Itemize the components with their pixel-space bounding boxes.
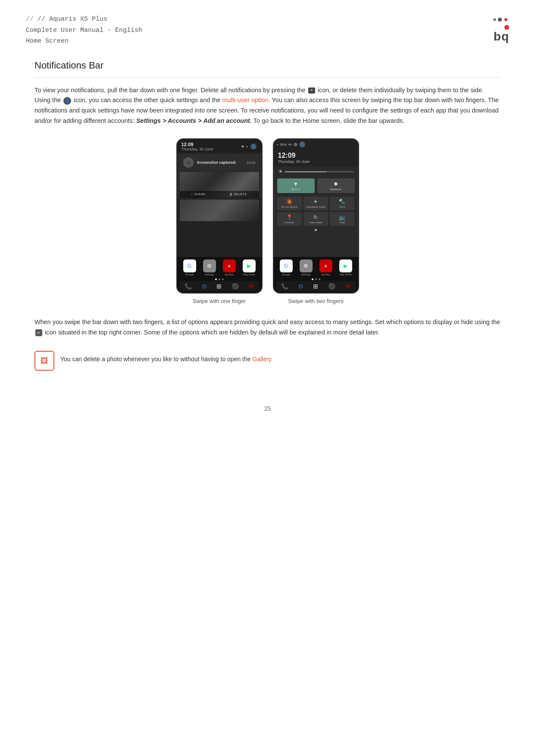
header-line3: Home Screen	[26, 36, 142, 47]
phone2-date: Thursday, 30 June	[278, 159, 354, 164]
logo-dots	[493, 16, 509, 23]
logo-dot-4	[504, 25, 509, 30]
torch-label: Torch	[339, 206, 345, 208]
qs-tile-aeroplane[interactable]: ✈ Aeroplane mode	[303, 197, 328, 210]
location-icon: 📍	[286, 214, 293, 220]
wifi-bt-row: ▼ Wi-Fi_1 ✱ Bluetooth	[274, 177, 358, 195]
phone1-image-preview: ⟨ SHARE 🗑 DELETE	[180, 172, 259, 198]
rotate-label: Auto-rotate	[310, 221, 322, 224]
share-icon: ⟨	[191, 193, 193, 196]
app2-settings-label: Settings	[301, 273, 311, 276]
logo-dot-1	[493, 18, 496, 21]
phone-nav-camera[interactable]: ⚫	[232, 283, 239, 290]
qs-tile-torch[interactable]: 🔦 Torch	[330, 197, 354, 210]
phone2-caption: Swipe with two fingers	[288, 298, 344, 304]
phone1-bottom-nav: 📞 ⊙ ⊞ ⚫ ✉	[180, 281, 259, 291]
dot2-2	[315, 278, 317, 280]
app2-bqplus-label: bq Plus	[321, 273, 330, 276]
brightness-row: ☀	[274, 166, 358, 177]
signal-icon: ▪	[246, 144, 247, 149]
phone2-bottom-nav: 📞 ⊙ ⊞ ⚫ ✉	[276, 281, 356, 291]
phone2-nav-camera[interactable]: ⚫	[328, 283, 335, 290]
phone2-nav-mail[interactable]: ✉	[345, 283, 350, 290]
app-google-label: Google	[185, 273, 194, 276]
qs-tile-rotate[interactable]: ↻ Auto-rotate	[303, 212, 328, 226]
logo-dot-3	[504, 18, 507, 21]
phone-nav-chrome[interactable]: ⊙	[202, 283, 207, 290]
phone1-notif-item: ⬛ Screenshot captured. 12:09	[180, 155, 259, 170]
pencil-icon: ✏	[35, 329, 42, 336]
bqplus-icon2: +	[319, 259, 332, 272]
section2-body: When you swipe the bar down with two fin…	[34, 317, 501, 338]
bluetooth-toggle[interactable]: ✱ Bluetooth	[317, 178, 355, 193]
dot2-3	[319, 278, 320, 280]
settings-icon2: ⚙	[300, 259, 313, 272]
screenshots-container: 12:09 Thursday, 30 June ▼ ▪ 👤 ⬛	[34, 138, 501, 304]
share-action[interactable]: ⟨ SHARE	[191, 193, 206, 196]
qs-tile-location[interactable]: 📍 Location	[277, 212, 302, 226]
dot-1	[215, 278, 217, 280]
google-icon: G	[183, 259, 196, 272]
google-icon2: G	[280, 259, 293, 272]
app-google: G Google	[182, 259, 197, 276]
center-dot	[315, 229, 317, 231]
multi-user-link[interactable]: multi-user option.	[222, 97, 270, 103]
note-box: 🖼 You can delete a photo whenever you li…	[34, 351, 501, 371]
header-line2: Complete User Manual - English	[26, 25, 142, 36]
qs-tile-dnd[interactable]: 🔕 Do not disturb	[277, 197, 302, 210]
qs-tile-cast[interactable]: 📺 Cast	[330, 212, 354, 226]
phone2-nav-call[interactable]: 📞	[281, 283, 288, 290]
wifi-icon: ▼	[241, 144, 244, 149]
settings-icon: ⚙	[203, 259, 216, 272]
stacked-lines-icon: ≡	[308, 87, 315, 94]
phone1-status-icons: ▼ ▪ 👤	[241, 144, 257, 150]
phone1-frame: 12:09 Thursday, 30 June ▼ ▪ 👤 ⬛	[176, 138, 263, 294]
aeroplane-icon: ✈	[313, 199, 318, 205]
section2: When you swipe the bar down with two fin…	[34, 317, 501, 338]
page-header: // // Aquaris X5 Plus Complete User Manu…	[0, 0, 535, 51]
app-settings: ⚙ Settings	[202, 259, 217, 276]
phone1-bottom: G Google ⚙ Settings + bq Plus	[177, 257, 262, 293]
aeroplane-label: Aeroplane mode	[306, 206, 325, 208]
dnd-icon: 🔕	[286, 199, 293, 205]
brightness-icon: ☀	[278, 169, 283, 175]
brightness-bar[interactable]	[285, 171, 354, 172]
bq-logo: bq	[493, 16, 509, 43]
page-dots2	[276, 278, 356, 281]
phone1-caption: Swipe with one finger	[193, 298, 246, 304]
header-line1: // // Aquaris X5 Plus	[26, 14, 142, 25]
phone1-time: 12:09	[181, 142, 213, 147]
delete-action[interactable]: 🗑 DELETE	[229, 193, 247, 196]
section-divider	[34, 77, 501, 78]
phone2-time-block: 12:09 Thursday, 30 June	[274, 149, 358, 166]
logo-text: bq	[494, 31, 509, 43]
gallery-link[interactable]: Gallery.	[252, 356, 272, 362]
notif-time-right: 12:09	[247, 161, 255, 165]
playstore-icon2: ▶	[339, 259, 352, 272]
wifi-icon-qs: ▼	[293, 181, 298, 187]
user-circle-icon: 👤	[63, 97, 71, 105]
main-content: Notifications Bar To view your notificat…	[0, 51, 535, 397]
header-breadcrumb: // // Aquaris X5 Plus Complete User Manu…	[26, 14, 142, 47]
phone2-nav-chrome[interactable]: ⊙	[298, 283, 303, 290]
screenshot-icon: ⬛	[183, 157, 194, 168]
phone2-nav-apps[interactable]: ⊞	[313, 283, 318, 290]
phone1-app-row: G Google ⚙ Settings + bq Plus	[180, 259, 259, 276]
settings-path: Settings > Accounts > Add an account.	[136, 117, 252, 124]
section1-body: To view your notifications, pull the bar…	[34, 85, 501, 127]
phone-nav-mail[interactable]: ✉	[249, 283, 254, 290]
phone1-screen: 12:09 Thursday, 30 June ▼ ▪ 👤 ⬛	[177, 139, 262, 293]
section1-title: Notifications Bar	[34, 60, 501, 71]
note-text: You can delete a photo whenever you like…	[60, 351, 273, 364]
phone2-screen: ▪ 56% ✏ ⚙ 👤 12:09 Thursday, 30 June	[274, 139, 358, 293]
page-dots	[180, 278, 259, 281]
no-image-icon: 🖼	[41, 356, 48, 366]
phone-nav-apps[interactable]: ⊞	[216, 283, 222, 290]
battery-pct: 56%	[280, 143, 287, 147]
phone-nav-call[interactable]: 📞	[185, 283, 192, 290]
dnd-label: Do not disturb	[281, 206, 297, 208]
qs-bottom-dot	[274, 228, 358, 232]
phone1-extra-notifs	[177, 198, 262, 257]
rotate-icon: ↻	[313, 214, 318, 220]
wifi-toggle[interactable]: ▼ Wi-Fi_1	[277, 178, 315, 193]
